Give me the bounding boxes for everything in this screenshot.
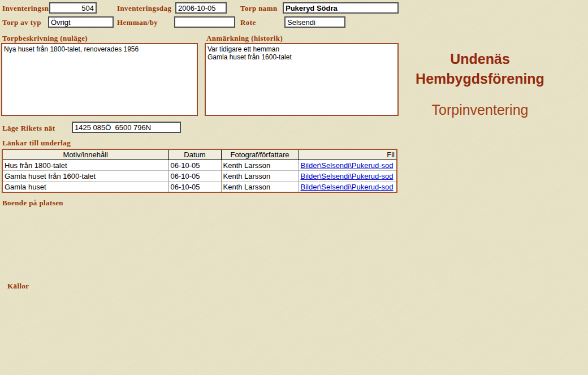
file-link[interactable]: Bilder\Selsendi\Pukerud-sod xyxy=(301,183,394,191)
fil-cell: Bilder\Selsendi\Pukerud-sod xyxy=(299,171,397,182)
column-header-motiv: Motiv/innehåll xyxy=(2,149,168,160)
file-link[interactable]: Bilder\Selsendi\Pukerud-sod xyxy=(301,172,394,180)
motiv-cell: Gamla huset xyxy=(2,182,168,193)
torpinventering-form-page: Inventeringsnr Inventeringsdag Torp namn… xyxy=(0,0,588,375)
torp-av-typ-input[interactable] xyxy=(48,16,114,28)
table-header-row: Motiv/innehåll Datum Fotograf/författare… xyxy=(2,149,397,160)
datum-cell: 06-10-05 xyxy=(168,182,221,193)
links-table: Motiv/innehåll Datum Fotograf/författare… xyxy=(2,149,397,193)
anmarkning-textarea[interactable]: Var tidigare ett hemman Gamla huset från… xyxy=(205,43,399,116)
motiv-cell: Gamla huset från 1600-talet xyxy=(2,171,168,182)
fil-cell: Bilder\Selsendi\Pukerud-sod xyxy=(299,160,397,171)
inventeringsdag-label: Inventeringsdag xyxy=(117,4,171,13)
fil-cell: Bilder\Selsendi\Pukerud-sod xyxy=(299,182,397,193)
fotograf-cell: Kenth Larsson xyxy=(221,171,299,182)
kallor-label: Källor xyxy=(7,282,29,291)
boende-pa-platsen-label: Boende på platsen xyxy=(2,199,63,208)
datum-cell: 06-10-05 xyxy=(168,171,221,182)
file-link[interactable]: Bilder\Selsendi\Pukerud-sod xyxy=(301,161,394,170)
lage-rikets-nat-input[interactable] xyxy=(72,122,181,133)
page-subtitle: Torpinventering xyxy=(401,102,559,118)
hemman-by-input[interactable] xyxy=(174,16,235,28)
torp-namn-input[interactable] xyxy=(283,2,399,14)
column-header-fotograf: Fotograf/författare xyxy=(221,149,299,160)
inventeringsnr-input[interactable] xyxy=(49,2,97,14)
torpbeskrivning-textarea[interactable]: Nya huset från 1800-talet, renoverades 1… xyxy=(1,43,198,116)
table-row: Gamla huset från 1600-talet 06-10-05 Ken… xyxy=(2,171,397,182)
fotograf-cell: Kenth Larsson xyxy=(221,160,299,171)
rote-label: Rote xyxy=(240,18,256,27)
column-header-fil: Fil xyxy=(299,149,397,160)
motiv-cell: Hus från 1800-talet xyxy=(2,160,168,171)
torp-namn-label: Torp namn xyxy=(240,4,278,13)
fotograf-cell: Kenth Larsson xyxy=(221,182,299,193)
hemman-by-label: Hemman/by xyxy=(117,18,158,27)
torp-av-typ-label: Torp av typ xyxy=(2,18,41,27)
table-row: Hus från 1800-talet 06-10-05 Kenth Larss… xyxy=(2,160,397,171)
org-name-heading: Undenäs Hembygdsförening xyxy=(401,49,559,89)
rote-input[interactable] xyxy=(284,16,345,28)
column-header-datum: Datum xyxy=(168,149,221,160)
table-row: Gamla huset 06-10-05 Kenth Larsson Bilde… xyxy=(2,182,397,193)
inventeringsdag-input[interactable] xyxy=(175,2,227,14)
anmarkning-label: Anmärkning (historik) xyxy=(206,34,283,43)
lankar-till-underlag-label: Länkar till underlag xyxy=(2,139,71,148)
torpbeskrivning-label: Torpbeskrivning (nuläge) xyxy=(2,34,88,43)
datum-cell: 06-10-05 xyxy=(168,160,221,171)
inventeringsnr-label: Inventeringsnr xyxy=(2,4,53,13)
lage-rikets-nat-label: Läge Rikets nät xyxy=(2,124,55,133)
